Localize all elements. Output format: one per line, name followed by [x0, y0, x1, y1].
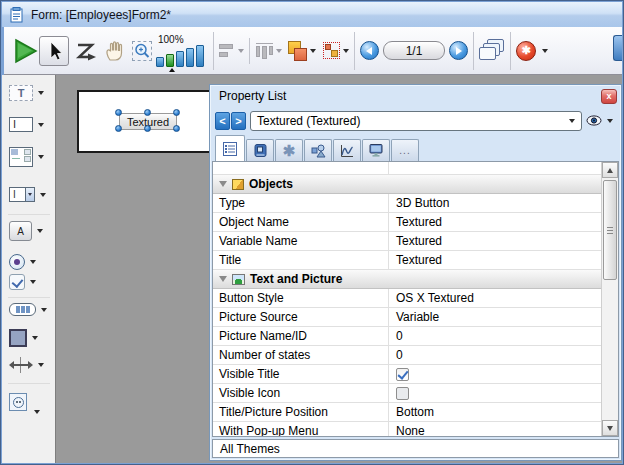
property-value[interactable]: Textured	[396, 215, 442, 229]
property-value[interactable]: 0	[396, 348, 403, 362]
checkbox-tool-dropdown-icon[interactable]	[30, 280, 36, 284]
property-row[interactable]: Title/Picture PositionBottom	[213, 403, 601, 422]
property-value[interactable]: Bottom	[396, 405, 434, 419]
selection-handle-top-center[interactable]	[144, 109, 151, 116]
property-grid-scrollbar[interactable]	[601, 162, 618, 436]
form-properties-dropdown-icon[interactable]	[542, 49, 548, 53]
next-object-button[interactable]: >	[231, 112, 246, 130]
objects-shapes-tab[interactable]	[304, 139, 332, 161]
selection-handle-bottom-center[interactable]	[144, 125, 151, 132]
property-row[interactable]: Visible Icon	[213, 384, 601, 403]
zoom-percentage: 100%	[158, 34, 184, 45]
collapse-triangle-icon[interactable]	[219, 276, 227, 282]
property-value[interactable]: Textured	[396, 253, 442, 267]
property-value[interactable]: Textured	[396, 234, 442, 248]
more-tab[interactable]: ...	[391, 139, 419, 161]
rectangle-tool[interactable]	[9, 329, 38, 347]
zoom-bar-4[interactable]	[186, 48, 194, 67]
zoom-bar-2-active[interactable]	[166, 54, 174, 67]
property-value[interactable]: 3D Button	[396, 196, 449, 210]
zoom-bar-5[interactable]	[196, 45, 204, 67]
unchecked-checkbox[interactable]	[396, 387, 409, 400]
combo-box-dropdown-icon[interactable]	[40, 193, 46, 197]
object-selector-combo[interactable]: Textured (Textured)	[250, 111, 582, 131]
previous-page-button[interactable]	[360, 41, 379, 60]
checkbox-tool[interactable]	[9, 274, 36, 290]
zoom-bar-1[interactable]	[156, 57, 164, 67]
close-button[interactable]: x	[601, 89, 617, 104]
section-header[interactable]: Text and Picture	[213, 270, 601, 289]
splitter-tool[interactable]	[9, 357, 44, 373]
level-dropdown-icon[interactable]	[310, 49, 316, 53]
rectangle-dropdown-icon[interactable]	[32, 336, 38, 340]
level-button[interactable]	[288, 31, 316, 71]
property-row[interactable]: Type3D Button	[213, 194, 601, 213]
selection-handle-bottom-right[interactable]	[173, 125, 180, 132]
scrollbar-up-button[interactable]	[602, 162, 618, 178]
property-row[interactable]: TitleTextured	[213, 251, 601, 270]
property-row[interactable]: Button StyleOS X Textured	[213, 289, 601, 308]
radio-button-tool[interactable]	[9, 254, 36, 270]
property-row[interactable]: Number of states0	[213, 346, 601, 365]
list-box-tool[interactable]	[9, 147, 44, 167]
property-value[interactable]: 0	[396, 329, 403, 343]
property-value[interactable]: None	[396, 424, 425, 436]
button-tool-dropdown-icon[interactable]	[37, 229, 43, 233]
property-list-tab[interactable]	[215, 135, 245, 161]
property-row[interactable]: Object NameTextured	[213, 213, 601, 232]
tab-control-tool[interactable]	[9, 303, 47, 316]
view-options-button[interactable]	[582, 111, 616, 131]
selection-tool-button[interactable]	[39, 36, 69, 66]
property-row[interactable]: Picture Name/ID0	[213, 327, 601, 346]
scrollbar-down-button[interactable]	[602, 420, 618, 436]
selection-handle-top-left[interactable]	[115, 109, 122, 116]
input-field-tool[interactable]: I	[9, 117, 44, 132]
plugin-area-tool[interactable]	[9, 393, 38, 411]
page-indicator[interactable]: 1/1	[383, 41, 445, 60]
display-views-button[interactable]	[479, 31, 505, 71]
next-page-button[interactable]	[449, 41, 468, 60]
zoom-bar-3[interactable]	[176, 51, 184, 67]
property-value[interactable]: Variable	[396, 310, 439, 324]
plugin-area-dropdown-icon[interactable]	[34, 410, 40, 414]
property-list-title[interactable]: Property List	[210, 85, 621, 107]
move-tool-button[interactable]	[103, 31, 127, 71]
selection-handle-top-right[interactable]	[173, 109, 180, 116]
display-monitor-tab[interactable]	[362, 139, 390, 161]
section-header[interactable]: Objects	[213, 175, 601, 194]
text-label-tool[interactable]: T	[9, 85, 44, 101]
library-icon[interactable]	[613, 35, 622, 61]
themes-footer[interactable]: All Themes	[212, 439, 619, 458]
property-row[interactable]: Picture SourceVariable	[213, 308, 601, 327]
zoom-tool-button[interactable]	[132, 31, 152, 71]
selection-handle-bottom-left[interactable]	[115, 125, 122, 132]
property-value[interactable]: OS X Textured	[396, 291, 474, 305]
scrollbar-track[interactable]	[602, 178, 618, 420]
zoom-level-control[interactable]: 100%	[156, 34, 204, 67]
button-tool[interactable]: A	[9, 221, 43, 241]
splitter-dropdown-icon[interactable]	[38, 363, 44, 367]
property-row[interactable]: Variable NameTextured	[213, 232, 601, 251]
move-to-view-button[interactable]	[323, 31, 349, 71]
previous-object-button[interactable]: <	[215, 112, 230, 130]
events-chart-tab[interactable]	[333, 139, 361, 161]
property-row[interactable]: With Pop-up MenuNone	[213, 422, 601, 436]
property-row[interactable]: Visible Title	[213, 365, 601, 384]
scrollbar-thumb[interactable]	[603, 180, 617, 280]
checked-checkbox[interactable]	[396, 368, 409, 381]
title-bar[interactable]: Form: [Employees]Form2*	[2, 2, 622, 27]
move-to-view-dropdown-icon[interactable]	[343, 49, 349, 53]
tab-control-dropdown-icon[interactable]	[41, 308, 47, 312]
radio-button-dropdown-icon[interactable]	[30, 260, 36, 264]
text-label-dropdown-icon[interactable]	[38, 91, 44, 95]
execute-form-button[interactable]	[11, 31, 39, 71]
combo-box-tool[interactable]: I	[9, 187, 46, 202]
form-properties-button[interactable]: ✱	[516, 31, 548, 71]
list-box-dropdown-icon[interactable]	[38, 155, 44, 159]
collapse-triangle-icon[interactable]	[219, 181, 227, 187]
zoom-level-bars[interactable]	[156, 45, 204, 67]
settings-gear-tab[interactable]: ✱	[275, 139, 303, 161]
input-field-dropdown-icon[interactable]	[38, 123, 44, 127]
theme-book-tab[interactable]	[246, 139, 274, 161]
entry-order-button[interactable]	[73, 31, 99, 71]
